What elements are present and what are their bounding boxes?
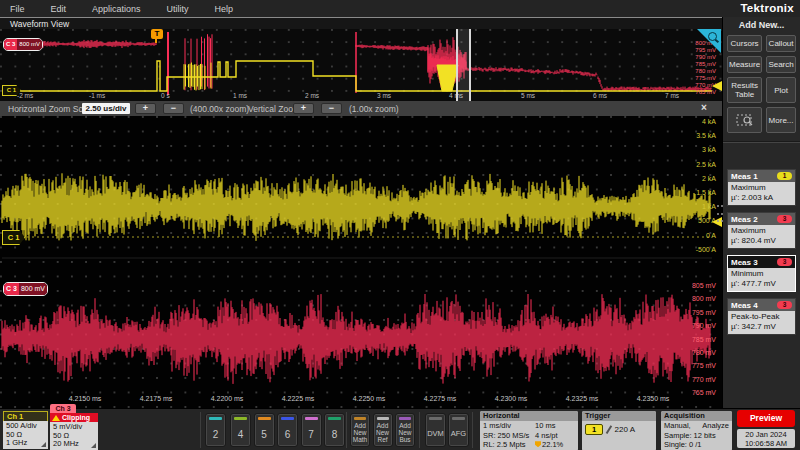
channel-3-badge[interactable]: Ch 3 Clipping 5 mV/div 50 Ω 20 MHz bbox=[50, 404, 98, 450]
ch3-scale-label: 775 mV bbox=[668, 362, 716, 369]
sidebar-button-callout[interactable]: Callout bbox=[766, 35, 796, 52]
record-overview-graph[interactable]: -2 ms-1 ms0 s1 ms2 ms3 ms4 ms5 ms6 ms7 m… bbox=[0, 29, 722, 101]
trigger-source-badge: 1 bbox=[585, 424, 603, 435]
button-label-line: Add bbox=[351, 422, 369, 429]
acquisition-panel[interactable]: Acquisition Manual,Analyze Sample: 12 bi… bbox=[661, 411, 732, 450]
date: 20 Jan 2024 bbox=[737, 430, 795, 439]
trigger-position-flag[interactable]: T bbox=[151, 29, 163, 39]
button-label-line: Ref bbox=[374, 436, 392, 443]
h-zoom-plus-button[interactable]: + bbox=[135, 103, 156, 114]
channel-color-stripe bbox=[305, 417, 318, 420]
ch1-scale-label: 2 kA bbox=[668, 175, 716, 182]
waveform-display-area: -2 ms-1 ms0 s1 ms2 ms3 ms4 ms5 ms6 ms7 m… bbox=[0, 29, 722, 408]
button-color-stripe bbox=[429, 417, 442, 420]
zoom-window-selector[interactable] bbox=[456, 29, 471, 101]
v-zoom-minus-button[interactable]: − bbox=[321, 103, 342, 114]
preview-button[interactable]: Preview bbox=[737, 410, 795, 427]
channel-1-badge[interactable]: Ch 1 500 A/div 50 Ω 1 GHz bbox=[3, 411, 48, 449]
menu-items: FileEditApplicationsUtilityHelp bbox=[0, 4, 233, 14]
horizontal-zoom-scale-value[interactable]: 2.50 us/div bbox=[82, 103, 130, 114]
menu-item-applications[interactable]: Applications bbox=[92, 4, 141, 14]
h-duration: 10 ms bbox=[535, 421, 555, 431]
ch3-scale-label: 795 mV bbox=[668, 309, 716, 316]
menu-item-utility[interactable]: Utility bbox=[167, 4, 189, 14]
grip-dot bbox=[717, 213, 719, 215]
zoom-waveform-graph[interactable]: 4 kA3.5 kA3 kA2.5 kA2 kA1.5 kA1 kA500 A0… bbox=[0, 116, 722, 408]
sidebar-button-measure[interactable]: Measure bbox=[727, 56, 762, 73]
main-time-label: 4.2200 ms bbox=[207, 395, 247, 402]
measurement-type: Peak-to-Peak bbox=[731, 312, 792, 322]
measurement-header: Meas 11 bbox=[728, 170, 795, 182]
divider bbox=[472, 412, 473, 448]
channel-2-button[interactable]: 2 bbox=[205, 413, 226, 447]
overview-scale-label: 790 mV bbox=[670, 54, 716, 60]
measurement-card-1[interactable]: Meas 11Maximumµ': 2.003 kA bbox=[727, 169, 796, 206]
measurement-card-3[interactable]: Meas 33Minimumµ': 477.7 mV bbox=[727, 255, 796, 292]
results-sidebar: Add New... CursorsCalloutMeasureSearchRe… bbox=[722, 17, 800, 408]
button-label: DVM bbox=[427, 429, 444, 438]
horizontal-panel[interactable]: Horizontal 1 ms/div10 ms SR: 250 MS/s4 n… bbox=[480, 411, 578, 450]
button-label-line: New bbox=[374, 429, 392, 436]
measurement-type: Minimum bbox=[731, 269, 792, 279]
measurement-header: Meas 23 bbox=[728, 213, 795, 225]
menu-item-edit[interactable]: Edit bbox=[51, 4, 67, 14]
time: 10:06:58 AM bbox=[737, 439, 795, 448]
main-ch3-badge[interactable]: C 3 800 mV bbox=[3, 282, 48, 296]
sidebar-button-cursors[interactable]: Cursors bbox=[727, 35, 762, 52]
menu-item-help[interactable]: Help bbox=[215, 4, 234, 14]
channel-7-button[interactable]: 7 bbox=[301, 413, 322, 447]
measurement-source-badge: 1 bbox=[777, 172, 792, 180]
grip-dot bbox=[721, 205, 723, 207]
zoom-overview-icon[interactable] bbox=[697, 29, 721, 53]
menu-item-file[interactable]: File bbox=[10, 4, 25, 14]
measurement-list: Meas 11Maximumµ': 2.003 kAMeas 23Maximum… bbox=[723, 169, 800, 335]
sidebar-button-plot[interactable]: Plot bbox=[766, 77, 796, 103]
add-new-ref-button[interactable]: AddNewRef bbox=[373, 413, 393, 447]
v-zoom-plus-button[interactable]: + bbox=[293, 103, 314, 114]
ch3-scale-label: 785 mV bbox=[668, 336, 716, 343]
measurement-card-2[interactable]: Meas 23Maximumµ': 820.4 mV bbox=[727, 212, 796, 249]
sidebar-button-more-[interactable]: More... bbox=[766, 107, 796, 133]
sidebar-button-search[interactable]: Search bbox=[766, 56, 796, 73]
ch3-scale-value: 800 mV bbox=[17, 39, 42, 50]
channel-4-button[interactable]: 4 bbox=[230, 413, 251, 447]
channel-color-stripe bbox=[209, 417, 222, 420]
overview-ch3-badge[interactable]: C 3 800 mV bbox=[3, 38, 43, 51]
ch3-scale-label: 765 mV bbox=[668, 389, 716, 396]
overview-time-label: -2 ms bbox=[17, 92, 33, 99]
zoom-scale-bar: Horizontal Zoom Scale 2.50 us/div + − (4… bbox=[0, 101, 722, 116]
h-record-length: RL: 2.5 Mpts bbox=[483, 440, 535, 450]
measurement-card-4[interactable]: Meas 43Peak-to-Peakµ': 342.7 mV bbox=[727, 298, 796, 335]
warning-icon bbox=[52, 415, 60, 421]
waveform-trace bbox=[8, 61, 712, 91]
measurement-body: Minimumµ': 477.7 mV bbox=[728, 268, 795, 291]
overview-scale-label: 770 mV bbox=[670, 82, 716, 88]
ch1-scale-label: 1.5 kA bbox=[668, 189, 716, 196]
main-time-label: 4.2350 ms bbox=[633, 395, 673, 402]
ch1-scale-label: 2.5 kA bbox=[668, 161, 716, 168]
ch3-scale-value: 800 mV bbox=[19, 283, 47, 295]
tab-waveform-view[interactable]: Waveform View bbox=[10, 19, 69, 29]
channel-6-button[interactable]: 6 bbox=[277, 413, 298, 447]
add-new-bus-button[interactable]: AddNewBus bbox=[395, 413, 415, 447]
button-color-stripe bbox=[377, 417, 389, 420]
channel-1-name: Ch 1 bbox=[3, 411, 48, 421]
channel-8-button[interactable]: 8 bbox=[324, 413, 345, 447]
draw-box-zoom-button[interactable] bbox=[727, 107, 762, 133]
close-zoom-icon[interactable]: × bbox=[701, 102, 707, 113]
waveform-trace bbox=[437, 65, 458, 91]
measurement-header: Meas 33 bbox=[728, 256, 795, 268]
afg-button[interactable]: AFG bbox=[448, 413, 469, 447]
ch1-scale-label: 3.5 kA bbox=[668, 132, 716, 139]
measurement-value: µ': 477.7 mV bbox=[731, 279, 792, 289]
add-new-math-button[interactable]: AddNewMath bbox=[350, 413, 370, 447]
channel-5-button[interactable]: 5 bbox=[254, 413, 275, 447]
divider bbox=[419, 412, 420, 448]
panel-drag-handle[interactable] bbox=[717, 205, 726, 222]
sidebar-button-results-table[interactable]: Results Table bbox=[727, 77, 762, 103]
main-time-label: 4.2225 ms bbox=[278, 395, 318, 402]
trigger-panel[interactable]: Trigger 1 220 A bbox=[582, 411, 656, 450]
ch1-level-arrow-icon bbox=[712, 81, 722, 91]
dvm-button[interactable]: DVM bbox=[425, 413, 446, 447]
h-zoom-minus-button[interactable]: − bbox=[163, 103, 184, 114]
